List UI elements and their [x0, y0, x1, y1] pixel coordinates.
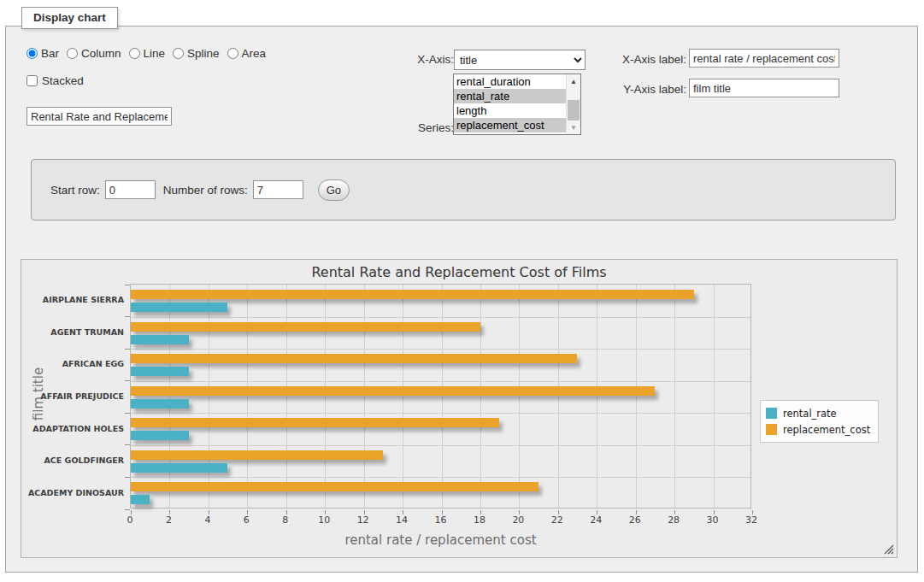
x-axis-label-caption: X-Axis label:	[616, 53, 686, 66]
bar-replacement_cost	[131, 322, 480, 332]
bar-rental_rate	[131, 495, 150, 504]
chart-title-input[interactable]	[26, 107, 172, 126]
x-tick-label: 24	[577, 514, 615, 526]
bar-replacement_cost	[131, 290, 694, 299]
chart-type-radio-group: BarColumnLineSplineArea	[26, 47, 274, 60]
num-rows-input[interactable]	[253, 180, 303, 199]
gridline-y	[131, 445, 750, 446]
x-tick-label: 4	[189, 514, 227, 526]
chart-type-label: Area	[242, 47, 267, 60]
display-chart-fieldset: BarColumnLineSplineArea Stacked X-Axis: …	[5, 26, 918, 573]
gridline-y	[131, 477, 750, 478]
gridline-x	[480, 285, 481, 508]
x-axis-label-input[interactable]	[689, 49, 839, 68]
x-tick-label: 6	[227, 514, 265, 526]
x-tick-label: 16	[422, 514, 460, 526]
category-label: AGENT TRUMAN	[21, 316, 124, 349]
legend-item: rental_rate	[766, 405, 870, 421]
x-axis-caption: X-Axis:	[392, 53, 454, 66]
x-tick-label: 0	[111, 514, 149, 526]
fieldset-legend: Display chart	[21, 7, 118, 29]
bar-rental_rate	[131, 399, 189, 409]
legend-swatch	[766, 424, 777, 435]
y-axis-tick	[125, 413, 130, 414]
bar-replacement_cost	[131, 386, 655, 396]
gridline-x	[364, 285, 365, 508]
start-row-input[interactable]	[105, 180, 156, 199]
stacked-label: Stacked	[42, 74, 84, 87]
series-option-rental_rate[interactable]: rental_rate	[454, 89, 566, 103]
chart-type-radio-spline[interactable]	[173, 48, 184, 59]
chart-container: Rental Rate and Replacement Cost of Film…	[21, 259, 898, 558]
y-axis-tick	[125, 285, 130, 285]
category-label: AFFAIR PREJUDICE	[21, 380, 124, 413]
x-tick-label: 2	[150, 514, 187, 526]
y-axis-tick	[125, 380, 130, 381]
gridline-x	[247, 285, 248, 508]
series-option-replacement_cost[interactable]: replacement_cost	[454, 118, 566, 132]
chart-type-label: Bar	[41, 47, 59, 60]
y-axis-tick	[125, 349, 130, 350]
chart-type-radio-area[interactable]	[227, 48, 238, 59]
gridline-x	[286, 285, 287, 508]
series-options: rental_durationrental_ratelengthreplacem…	[454, 74, 566, 134]
chart-type-radio-bar[interactable]	[26, 48, 38, 59]
bar-rental_rate	[131, 335, 189, 344]
category-label: ACE GOLDFINGER	[21, 444, 124, 477]
category-label: AIRPLANE SIERRA	[21, 284, 124, 316]
legend-item: replacement_cost	[766, 421, 870, 438]
scroll-up-icon[interactable]: ▲	[567, 74, 580, 88]
row-range-panel: Start row: Number of rows: Go	[31, 159, 896, 220]
gridline-x	[442, 285, 443, 508]
go-button[interactable]: Go	[318, 179, 350, 201]
gridline-x	[403, 285, 403, 508]
x-axis-select[interactable]: title	[454, 50, 586, 70]
bar-rental_rate	[131, 367, 189, 376]
bar-rental_rate	[131, 463, 227, 473]
y-axis-tick	[125, 316, 130, 317]
bar-replacement_cost	[131, 418, 499, 427]
x-tick-label: 18	[461, 514, 498, 526]
y-axis-tick	[125, 509, 130, 510]
resize-grip-icon[interactable]	[884, 544, 894, 555]
gridline-y	[131, 381, 750, 382]
x-tick-label: 8	[267, 514, 304, 526]
series-multiselect[interactable]: rental_durationrental_ratelengthreplacem…	[453, 73, 581, 135]
chart-type-label: Line	[144, 47, 166, 60]
gridline-x	[558, 285, 559, 508]
stacked-checkbox-row: Stacked	[26, 74, 84, 87]
chart-type-label: Column	[81, 47, 121, 60]
gridline-y	[131, 317, 750, 318]
chart-type-radio-line[interactable]	[129, 48, 140, 59]
x-tick-label: 22	[539, 514, 576, 526]
series-option-length[interactable]: length	[454, 103, 566, 118]
series-caption: Series:	[392, 121, 454, 134]
scroll-down-icon[interactable]: ▼	[567, 121, 580, 134]
chart-type-label: Spline	[187, 47, 220, 60]
scrollbar-thumb[interactable]	[568, 100, 580, 122]
legend-swatch	[766, 408, 777, 419]
y-axis-label-input[interactable]	[689, 79, 839, 97]
chart-type-radio-column[interactable]	[67, 48, 78, 59]
x-tick-label: 28	[655, 514, 692, 526]
chart-x-axis-title: rental rate / replacement cost	[130, 532, 751, 548]
x-tick-label: 20	[499, 514, 537, 526]
gridline-y	[131, 413, 750, 414]
stacked-checkbox[interactable]	[26, 75, 38, 86]
chart-legend: rental_ratereplacement_cost	[760, 400, 879, 443]
bar-rental_rate	[131, 303, 227, 312]
series-option-rental_duration[interactable]: rental_duration	[454, 74, 566, 89]
gridline-x	[597, 285, 597, 508]
category-label: AFRICAN EGG	[21, 348, 124, 380]
series-scrollbar[interactable]: ▲ ▼	[566, 74, 580, 134]
category-label: ADAPTATION HOLES	[21, 412, 124, 444]
bar-replacement_cost	[131, 450, 383, 460]
x-tick-label: 14	[383, 514, 421, 526]
gridline-x	[636, 285, 637, 508]
y-axis-label-caption: Y-Axis label:	[616, 83, 686, 96]
gridline-x	[674, 285, 675, 508]
x-tick-label: 26	[616, 514, 654, 526]
gridline-y	[131, 349, 750, 350]
x-tick-label: 32	[733, 514, 770, 526]
bar-rental_rate	[131, 431, 189, 440]
